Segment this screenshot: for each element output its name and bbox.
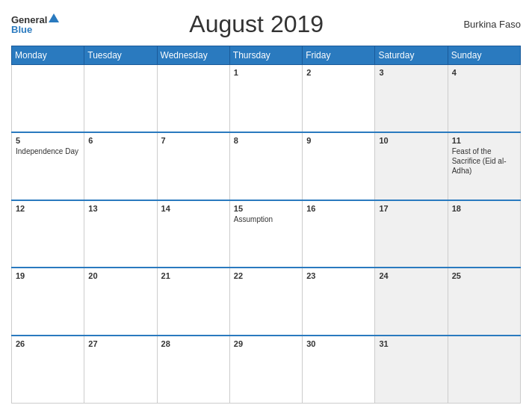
calendar-day-cell: 28 bbox=[157, 336, 229, 404]
calendar-day-cell: 3 bbox=[375, 65, 448, 133]
day-number: 1 bbox=[234, 68, 298, 77]
calendar-day-cell: 17 bbox=[375, 200, 448, 268]
page-header: General Blue August 2019 Burkina Faso bbox=[11, 7, 521, 41]
calendar-day-cell: 21 bbox=[157, 268, 229, 336]
calendar-day-cell: 27 bbox=[84, 336, 157, 404]
day-number: 18 bbox=[452, 204, 516, 213]
calendar-day-cell: 2 bbox=[303, 65, 375, 133]
calendar-day-cell: 4 bbox=[448, 65, 520, 133]
day-number: 20 bbox=[88, 271, 152, 280]
calendar-day-cell: 29 bbox=[229, 336, 302, 404]
day-event: Independence Day bbox=[16, 146, 80, 156]
logo: General Blue bbox=[11, 15, 59, 34]
calendar-day-header: Wednesday bbox=[157, 46, 229, 65]
day-event: Feast of the Sacrifice (Eid al-Adha) bbox=[452, 146, 516, 176]
day-number: 23 bbox=[306, 271, 371, 280]
day-number: 26 bbox=[16, 339, 80, 348]
page-title: August 2019 bbox=[59, 10, 454, 38]
calendar-day-header: Tuesday bbox=[84, 46, 157, 65]
day-number: 22 bbox=[234, 271, 298, 280]
day-number: 17 bbox=[379, 204, 443, 213]
calendar-day-cell: 30 bbox=[303, 336, 375, 404]
calendar-day-header: Thursday bbox=[229, 46, 302, 65]
day-number: 5 bbox=[16, 136, 80, 145]
calendar-day-cell: 16 bbox=[303, 200, 375, 268]
country-label: Burkina Faso bbox=[454, 19, 521, 30]
day-number: 16 bbox=[306, 204, 371, 213]
day-number: 21 bbox=[161, 271, 226, 280]
calendar-table: MondayTuesdayWednesdayThursdayFridaySatu… bbox=[11, 46, 521, 404]
day-number: 10 bbox=[379, 136, 443, 145]
calendar-day-header: Monday bbox=[12, 46, 84, 65]
calendar-day-cell: 19 bbox=[12, 268, 84, 336]
day-number: 9 bbox=[306, 136, 371, 145]
day-number: 14 bbox=[161, 204, 226, 213]
day-number: 25 bbox=[452, 271, 516, 280]
logo-blue-text: Blue bbox=[11, 25, 59, 34]
calendar-day-cell: 1 bbox=[229, 65, 302, 133]
calendar-day-cell bbox=[84, 65, 157, 133]
day-number: 8 bbox=[234, 136, 298, 145]
calendar-day-cell: 8 bbox=[229, 132, 302, 200]
calendar-day-cell: 22 bbox=[229, 268, 302, 336]
day-number: 30 bbox=[306, 339, 371, 348]
calendar-day-header: Friday bbox=[303, 46, 375, 65]
calendar-day-cell: 7 bbox=[157, 132, 229, 200]
calendar-day-cell: 23 bbox=[303, 268, 375, 336]
calendar-day-cell bbox=[448, 336, 520, 404]
day-number: 24 bbox=[379, 271, 443, 280]
calendar-day-cell: 25 bbox=[448, 268, 520, 336]
day-number: 6 bbox=[88, 136, 152, 145]
day-number: 7 bbox=[161, 136, 226, 145]
calendar-day-cell: 14 bbox=[157, 200, 229, 268]
day-number: 19 bbox=[16, 271, 80, 280]
day-number: 2 bbox=[306, 68, 371, 77]
calendar-day-cell: 6 bbox=[84, 132, 157, 200]
calendar-day-cell: 20 bbox=[84, 268, 157, 336]
day-number: 3 bbox=[379, 68, 443, 77]
calendar-header-row: MondayTuesdayWednesdayThursdayFridaySatu… bbox=[12, 46, 521, 65]
calendar-day-cell: 26 bbox=[12, 336, 84, 404]
day-event: Assumption bbox=[234, 214, 298, 224]
day-number: 27 bbox=[88, 339, 152, 348]
calendar-day-header: Saturday bbox=[375, 46, 448, 65]
day-number: 29 bbox=[234, 339, 298, 348]
calendar-day-cell: 18 bbox=[448, 200, 520, 268]
logo-general-text: General bbox=[11, 15, 47, 25]
calendar-day-cell: 15Assumption bbox=[229, 200, 302, 268]
day-number: 15 bbox=[234, 204, 298, 213]
calendar-day-cell: 10 bbox=[375, 132, 448, 200]
calendar-day-cell bbox=[157, 65, 229, 133]
day-number: 4 bbox=[452, 68, 516, 77]
calendar-day-cell bbox=[12, 65, 84, 133]
day-number: 31 bbox=[379, 339, 443, 348]
calendar-week-row: 19202122232425 bbox=[12, 268, 521, 336]
day-number: 12 bbox=[16, 204, 80, 213]
calendar-day-cell: 13 bbox=[84, 200, 157, 268]
day-number: 11 bbox=[452, 136, 516, 145]
day-number: 13 bbox=[88, 204, 152, 213]
calendar-day-header: Sunday bbox=[448, 46, 520, 65]
calendar-day-cell: 12 bbox=[12, 200, 84, 268]
calendar-day-cell: 24 bbox=[375, 268, 448, 336]
calendar-day-cell: 5Independence Day bbox=[12, 132, 84, 200]
calendar-week-row: 262728293031 bbox=[12, 336, 521, 404]
logo-triangle-icon bbox=[49, 13, 59, 22]
calendar-day-cell: 9 bbox=[303, 132, 375, 200]
calendar-week-row: 5Independence Day67891011Feast of the Sa… bbox=[12, 132, 521, 200]
calendar-day-cell: 11Feast of the Sacrifice (Eid al-Adha) bbox=[448, 132, 520, 200]
day-number: 28 bbox=[161, 339, 226, 348]
calendar-week-row: 12131415Assumption161718 bbox=[12, 200, 521, 268]
calendar-day-cell: 31 bbox=[375, 336, 448, 404]
calendar-week-row: 1234 bbox=[12, 65, 521, 133]
